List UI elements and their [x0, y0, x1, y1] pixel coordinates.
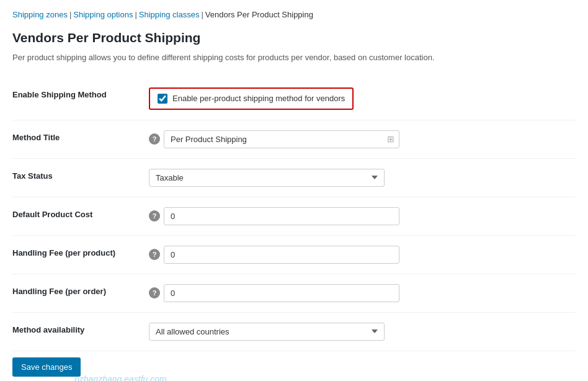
method-title-row: Method Title ? ⊞: [12, 120, 576, 158]
default-product-cost-input[interactable]: [164, 207, 399, 225]
method-title-input[interactable]: [164, 130, 399, 148]
sep-2: |: [135, 10, 136, 19]
breadcrumb-current: Vendors Per Product Shipping: [205, 10, 313, 19]
method-title-tooltip-icon[interactable]: ?: [149, 133, 160, 145]
handling-fee-order-tooltip-icon[interactable]: ?: [149, 287, 160, 298]
handling-fee-order-row: Handling Fee (per order) ?: [12, 274, 576, 312]
default-product-cost-td: ?: [149, 197, 576, 235]
page-wrapper: Shipping zones | Shipping options | Ship…: [0, 0, 588, 381]
default-product-cost-label: Default Product Cost: [12, 197, 149, 235]
enable-shipping-checkbox[interactable]: [158, 94, 167, 104]
save-changes-button[interactable]: Save changes: [12, 357, 81, 377]
handling-fee-order-label: Handling Fee (per order): [12, 274, 149, 312]
breadcrumb-shipping-zones[interactable]: Shipping zones: [12, 10, 68, 19]
handling-fee-order-input[interactable]: [164, 284, 399, 302]
default-product-cost-tooltip-icon[interactable]: ?: [149, 210, 160, 222]
tax-status-row: Tax Status Taxable None: [12, 158, 576, 197]
enable-shipping-box: Enable per-product shipping method for v…: [149, 87, 354, 110]
breadcrumb-shipping-classes[interactable]: Shipping classes: [139, 10, 200, 19]
tax-status-select[interactable]: Taxable None: [149, 169, 385, 187]
sep-1: |: [69, 10, 71, 19]
breadcrumb: Shipping zones | Shipping options | Ship…: [12, 10, 576, 19]
handling-fee-order-group: ?: [149, 284, 576, 302]
handling-fee-product-group: ?: [149, 246, 576, 264]
method-availability-td: All allowed countries Specific countries: [149, 312, 576, 351]
tax-status-td: Taxable None: [149, 158, 576, 197]
handling-fee-product-tooltip-icon[interactable]: ?: [149, 249, 160, 260]
enable-shipping-row: Enable Shipping Method Enable per-produc…: [12, 78, 576, 120]
method-title-label: Method Title: [12, 120, 149, 158]
enable-shipping-checkbox-label[interactable]: Enable per-product shipping method for v…: [172, 94, 345, 103]
handling-fee-order-td: ?: [149, 274, 576, 312]
enable-shipping-td: Enable per-product shipping method for v…: [149, 78, 576, 120]
method-title-group: ? ⊞: [149, 130, 576, 148]
method-availability-row: Method availability All allowed countrie…: [12, 312, 576, 351]
method-title-td: ? ⊞: [149, 120, 576, 158]
default-product-cost-row: Default Product Cost ?: [12, 197, 576, 235]
method-availability-select[interactable]: All allowed countries Specific countries: [149, 323, 385, 341]
settings-form: Enable Shipping Method Enable per-produc…: [12, 78, 576, 351]
handling-fee-product-row: Handling Fee (per product) ?: [12, 235, 576, 274]
method-title-input-wrapper: ⊞: [164, 130, 399, 148]
watermark: pzhanzhang.eastfu.com: [74, 374, 167, 382]
tax-status-label: Tax Status: [12, 158, 149, 197]
handling-fee-product-label: Handling Fee (per product): [12, 235, 149, 274]
handling-fee-product-input[interactable]: [164, 246, 399, 264]
method-title-field-icon: ⊞: [387, 134, 394, 144]
sep-3: |: [201, 10, 203, 19]
page-description: Per product shipping allows you to defin…: [12, 52, 576, 64]
handling-fee-product-td: ?: [149, 235, 576, 274]
page-title: Vendors Per Product Shipping: [12, 30, 576, 45]
method-availability-label: Method availability: [12, 312, 149, 351]
default-product-cost-group: ?: [149, 207, 576, 225]
breadcrumb-shipping-options[interactable]: Shipping options: [73, 10, 133, 19]
enable-shipping-label: Enable Shipping Method: [12, 78, 149, 120]
